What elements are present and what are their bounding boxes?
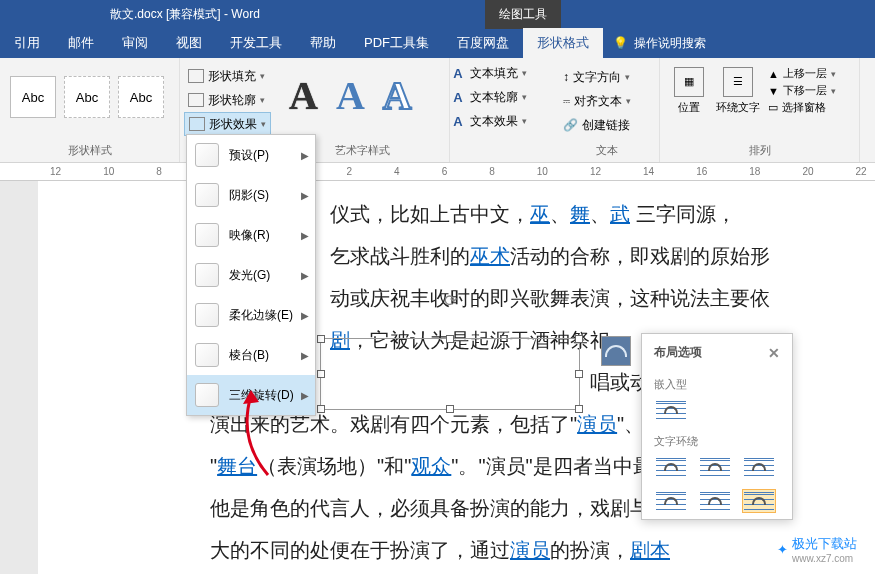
resize-handle[interactable]	[446, 335, 454, 343]
shape-style-preset-2[interactable]: Abc	[64, 76, 110, 118]
wrap-front[interactable]	[742, 489, 776, 513]
preset-icon	[195, 143, 219, 167]
send-backward-button[interactable]: ▼下移一层▾	[768, 83, 836, 98]
create-link-button[interactable]: 🔗创建链接	[563, 114, 651, 136]
wrap-text-button[interactable]: ☰环绕文字	[710, 62, 766, 119]
menu-reflection[interactable]: 映像(R)▶	[187, 215, 315, 255]
resize-handle[interactable]	[317, 405, 325, 413]
text-effects-icon: A	[450, 114, 466, 129]
text-fill-button[interactable]: A文本填充▾	[450, 62, 555, 84]
link-stage[interactable]: 舞台	[217, 455, 257, 477]
wrap-top-bottom[interactable]	[654, 489, 688, 513]
wrap-tight[interactable]	[698, 455, 732, 479]
tab-developer[interactable]: 开发工具	[216, 28, 296, 58]
text-effects-button[interactable]: A文本效果▾	[450, 110, 555, 132]
tab-review[interactable]: 审阅	[108, 28, 162, 58]
bring-forward-button[interactable]: ▲上移一层▾	[768, 66, 836, 81]
shape-style-preset-3[interactable]: Abc	[118, 76, 164, 118]
tab-baidu[interactable]: 百度网盘	[443, 28, 523, 58]
menu-preset[interactable]: 预设(P)▶	[187, 135, 315, 175]
ruler-tick: 16	[696, 166, 707, 177]
doc-text: 大的不同的处便在于扮演了，通过	[210, 539, 510, 561]
close-icon[interactable]: ✕	[768, 345, 780, 361]
left-margin-gutter	[0, 181, 38, 574]
tab-mailings[interactable]: 邮件	[54, 28, 108, 58]
group-arrange: ▦位置 ☰环绕文字 ▲上移一层▾ ▼下移一层▾ ▭选择窗格 排列	[660, 58, 860, 162]
ribbon: Abc Abc Abc 形状样式 形状填充▾ 形状轮廓▾ 形状效果▾ A A A…	[0, 58, 875, 163]
resize-handle[interactable]	[575, 405, 583, 413]
resize-handle[interactable]	[575, 335, 583, 343]
link-audience[interactable]: 观众	[411, 455, 451, 477]
tab-view[interactable]: 视图	[162, 28, 216, 58]
tab-help[interactable]: 帮助	[296, 28, 350, 58]
resize-handle[interactable]	[317, 370, 325, 378]
watermark-brand: 极光下载站	[792, 536, 857, 551]
wrap-inline[interactable]	[654, 398, 688, 422]
selection-pane-button[interactable]: ▭选择窗格	[768, 100, 836, 115]
horizontal-ruler[interactable]: 12 10 8 6 4 2 2 4 6 8 10 12 14 16 18 20 …	[0, 163, 875, 181]
link-wu2[interactable]: 舞	[570, 203, 590, 225]
ribbon-tabs: 引用 邮件 审阅 视图 开发工具 帮助 PDF工具集 百度网盘 形状格式 💡 操…	[0, 28, 875, 58]
text-fx-options: A文本填充▾ A文本轮廓▾ A文本效果▾	[450, 58, 555, 162]
link-wu3[interactable]: 武	[610, 203, 630, 225]
menu-bevel[interactable]: 棱台(B)▶	[187, 335, 315, 375]
link-actor1[interactable]: 演员	[577, 413, 617, 435]
tab-pdf-tools[interactable]: PDF工具集	[350, 28, 443, 58]
shape-outline-button[interactable]: 形状轮廓▾	[184, 88, 271, 112]
send-backward-icon: ▼	[768, 85, 779, 97]
wrap-behind[interactable]	[698, 489, 732, 513]
bring-forward-icon: ▲	[768, 68, 779, 80]
document-title: 散文.docx [兼容模式] - Word	[110, 7, 260, 21]
resize-handle[interactable]	[575, 370, 583, 378]
ruler-tick: 12	[590, 166, 601, 177]
wrap-square[interactable]	[654, 455, 688, 479]
direction-icon: ↕	[563, 70, 569, 84]
text-outline-button[interactable]: A文本轮廓▾	[450, 86, 555, 108]
align-icon: ⎓	[563, 94, 570, 108]
menu-3d-rotation[interactable]: 三维旋转(D)▶	[187, 375, 315, 415]
tell-me[interactable]: 💡 操作说明搜索	[613, 35, 706, 52]
bevel-icon	[195, 343, 219, 367]
menu-glow[interactable]: 发光(G)▶	[187, 255, 315, 295]
menu-shadow[interactable]: 阴影(S)▶	[187, 175, 315, 215]
tab-shape-format[interactable]: 形状格式	[523, 28, 603, 58]
effects-icon	[189, 117, 205, 131]
wordart-preset-3[interactable]: A	[383, 72, 412, 119]
tab-references[interactable]: 引用	[0, 28, 54, 58]
layout-options-panel: 布局选项 ✕ 嵌入型 文字环绕	[641, 333, 793, 520]
shape-style-preset-1[interactable]: Abc	[10, 76, 56, 118]
resize-handle[interactable]	[317, 335, 325, 343]
ruler-tick: 10	[103, 166, 114, 177]
chevron-right-icon: ▶	[301, 310, 309, 321]
link-wushu[interactable]: 巫术	[470, 245, 510, 267]
text-fill-icon: A	[450, 66, 466, 81]
align-text-button[interactable]: ⎓对齐文本▾	[563, 90, 651, 112]
wordart-preset-2[interactable]: A	[336, 72, 365, 119]
ruler-tick: 2	[347, 166, 353, 177]
link-script[interactable]: 剧本	[630, 539, 670, 561]
doc-text: 活动的合称，即戏剧的原始形	[510, 245, 770, 267]
text-direction-button[interactable]: ↕文字方向▾	[563, 66, 651, 88]
layout-options-title: 布局选项	[654, 344, 702, 361]
shape-effects-button[interactable]: 形状效果▾	[184, 112, 271, 136]
rotate-handle-icon[interactable]: ⟳	[444, 291, 457, 310]
doc-text: （表演场地）"和"	[257, 455, 411, 477]
wordart-preset-1[interactable]: A	[289, 72, 318, 119]
layout-options-launcher-icon[interactable]	[601, 336, 631, 366]
doc-text: 演出来的艺术。戏剧有四个元素，包括了"	[210, 413, 577, 435]
link-wu1[interactable]: 巫	[530, 203, 550, 225]
shape-fill-button[interactable]: 形状填充▾	[184, 64, 271, 88]
wrap-through[interactable]	[742, 455, 776, 479]
soft-edges-icon	[195, 303, 219, 327]
position-button[interactable]: ▦位置	[668, 62, 710, 119]
group-shape-styles: Abc Abc Abc 形状样式	[0, 58, 180, 162]
link-actor2[interactable]: 演员	[510, 539, 550, 561]
resize-handle[interactable]	[446, 405, 454, 413]
pen-outline-icon	[188, 93, 204, 107]
chevron-right-icon: ▶	[301, 190, 309, 201]
group-label-arrange: 排列	[668, 141, 851, 160]
menu-soft-edges[interactable]: 柔化边缘(E)▶	[187, 295, 315, 335]
chevron-down-icon: ▾	[261, 119, 266, 129]
lightbulb-icon: 💡	[613, 36, 628, 50]
selected-shape[interactable]: ⟳	[320, 338, 580, 410]
